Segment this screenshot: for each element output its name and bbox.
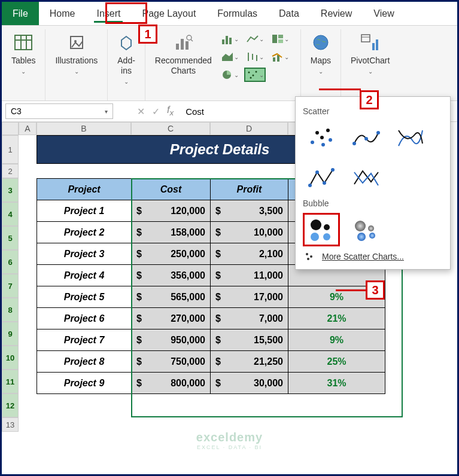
cell-pct[interactable]: 9% [288,329,385,351]
formula-bar-value[interactable]: Cost [186,106,204,117]
bubble-option-1[interactable] [303,213,340,246]
row-4[interactable]: 4 [2,202,19,226]
cell-cost[interactable]: $120,000 [132,200,211,222]
col-a[interactable]: A [19,122,37,135]
row-13[interactable]: 13 [2,417,19,432]
cell-cost[interactable]: $950,000 [132,329,211,351]
column-chart-icon[interactable]: ⌄ [219,32,241,46]
cell-cost[interactable]: $750,000 [132,351,211,373]
row-6[interactable]: 6 [2,250,19,274]
tab-data[interactable]: Data [268,2,310,25]
cell-pct[interactable]: 25% [288,351,385,373]
svg-point-55 [307,258,309,260]
pivotchart-icon [360,32,381,53]
scatter-option-2[interactable] [347,121,384,154]
bubble-option-2[interactable] [347,213,384,246]
cell-profit[interactable]: $11,000 [211,265,288,286]
cancel-icon[interactable]: ✕ [137,106,145,117]
scatter-option-1[interactable] [303,121,340,154]
line-chart-icon[interactable]: ⌄ [244,32,266,46]
col-c[interactable]: C [131,122,210,135]
addins-button[interactable]: Add- ins ⌄ [114,29,139,87]
cell-profit[interactable]: $30,000 [211,373,288,394]
cell-profit[interactable]: $2,100 [211,243,288,265]
cell-project[interactable]: Project 6 [37,308,132,329]
cell-project[interactable]: Project 9 [37,373,132,394]
cell-profit[interactable]: $7,000 [211,308,288,329]
svg-point-34 [321,143,325,147]
group-tables: Tables ⌄ [2,29,45,100]
cell-cost[interactable]: $250,000 [132,243,211,265]
col-b[interactable]: B [37,122,131,135]
tab-page-layout[interactable]: Page Layout [131,2,206,25]
cell-project[interactable]: Project 2 [37,222,132,243]
tab-home[interactable]: Home [39,2,86,25]
cell-project[interactable]: Project 3 [37,243,132,265]
enter-icon[interactable]: ✓ [152,106,160,117]
row-9[interactable]: 9 [2,322,19,346]
scatter-chart-menu: Scatter Bubble More Scatter Ch [295,96,451,270]
cell-profit[interactable]: $21,250 [211,351,288,373]
cell-cost[interactable]: $800,000 [132,373,211,394]
addins-icon [118,32,135,53]
row-12[interactable]: 12 [2,393,19,417]
cell-profit[interactable]: $15,500 [211,329,288,351]
cell-cost[interactable]: $270,000 [132,308,211,329]
fx-icon[interactable]: fx [167,105,174,117]
scatter-chart-button[interactable]: ⌄ [244,68,266,82]
row-2[interactable]: 2 [2,164,19,178]
cell-project[interactable]: Project 8 [37,351,132,373]
name-box-value: C3 [11,106,22,116]
row-3[interactable]: 3 [2,178,19,202]
row-10[interactable]: 10 [2,346,19,370]
row-5[interactable]: 5 [2,226,19,250]
pivotchart-button[interactable]: PivotChart ⌄ [347,29,393,77]
cell-project[interactable]: Project 7 [37,329,132,351]
svg-rect-6 [176,44,179,50]
tab-insert[interactable]: Insert [86,2,131,25]
svg-point-39 [364,137,368,141]
svg-rect-13 [229,38,232,44]
row-7[interactable]: 7 [2,274,19,298]
tab-formulas[interactable]: Formulas [206,2,268,25]
cell-project[interactable]: Project 5 [37,286,132,308]
more-scatter-charts[interactable]: More Scatter Charts... [303,246,443,263]
treemap-chart-icon[interactable]: ⌄ [269,32,291,46]
area-chart-icon[interactable]: ⌄ [219,50,241,64]
tab-review[interactable]: Review [310,2,363,25]
cell-pct[interactable]: 21% [288,308,385,329]
row-1[interactable]: 1 [2,135,19,164]
cell-pct[interactable]: 31% [288,373,385,394]
tables-button[interactable]: Tables ⌄ [8,29,39,77]
scatter-option-5[interactable] [347,161,384,195]
row-8[interactable]: 8 [2,298,19,322]
more-scatter-label: More Scatter Charts... [322,252,404,261]
svg-point-37 [320,136,324,139]
svg-point-27 [314,35,328,50]
cell-profit[interactable]: $17,000 [211,286,288,308]
scatter-option-3[interactable] [391,121,428,154]
svg-point-24 [252,75,254,77]
cell-project[interactable]: Project 1 [37,200,132,222]
cell-cost[interactable]: $356,000 [132,265,211,286]
svg-point-47 [311,233,319,241]
cell-cost[interactable]: $565,000 [132,286,211,308]
col-d[interactable]: D [210,122,288,135]
table-icon [14,32,33,53]
scatter-option-4[interactable] [303,161,340,195]
recommended-charts-button[interactable]: Recommended Charts [151,29,215,78]
name-box[interactable]: C3 ▾ [5,103,113,119]
row-11[interactable]: 11 [2,370,19,393]
pie-chart-icon[interactable]: ⌄ [219,68,241,82]
select-all-corner[interactable] [2,122,19,135]
illustrations-button[interactable]: Illustrations ⌄ [51,29,101,77]
tab-view[interactable]: View [363,2,405,25]
maps-button[interactable]: Maps ⌄ [307,29,335,77]
cell-profit[interactable]: $3,500 [211,200,288,222]
cell-cost[interactable]: $158,000 [132,222,211,243]
combo-chart-icon[interactable]: ⌄ [269,50,291,64]
file-tab[interactable]: File [2,2,39,25]
stock-chart-icon[interactable]: ⌄ [244,50,266,64]
cell-project[interactable]: Project 4 [37,265,132,286]
cell-profit[interactable]: $10,000 [211,222,288,243]
